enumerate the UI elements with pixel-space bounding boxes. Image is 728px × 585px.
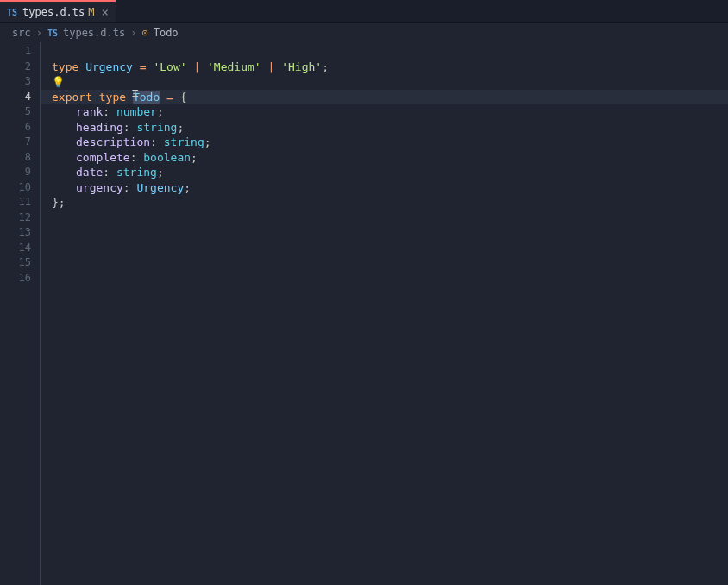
tab-filename: types.d.ts: [22, 6, 85, 18]
line-number: 11: [0, 195, 31, 211]
code-line: };: [52, 195, 728, 211]
line-number: 13: [0, 225, 31, 241]
chevron-right-icon: ›: [130, 27, 136, 39]
lightbulb-icon[interactable]: 💡: [52, 76, 65, 88]
breadcrumb-folder[interactable]: src: [12, 27, 31, 39]
code-line: [52, 241, 728, 256]
breadcrumb-symbol[interactable]: Todo: [154, 27, 179, 39]
code-line: complete: boolean;: [52, 150, 728, 166]
line-number: 8: [0, 150, 31, 166]
line-number: 10: [0, 180, 31, 196]
chevron-right-icon: ›: [36, 27, 42, 39]
line-number: 9: [0, 165, 31, 180]
code-line-current: export type Todo = {: [41, 90, 728, 105]
tab-bar: TS types.d.ts M ×: [0, 0, 728, 23]
code-line: [52, 211, 728, 226]
close-icon[interactable]: ×: [102, 5, 109, 19]
line-number: 7: [0, 135, 31, 150]
code-line: urgency: Urgency;: [52, 180, 728, 196]
symbol-icon: ⊙: [141, 27, 147, 39]
code-line: [52, 225, 728, 241]
code-line: 💡: [52, 74, 728, 90]
line-number: 4: [0, 90, 31, 105]
code-line: type Urgency = 'Low' | 'Medium' | 'High'…: [52, 60, 728, 75]
line-number: 16: [0, 271, 31, 286]
editor: 12345678910111213141516 type Urgency = '…: [0, 42, 728, 585]
typescript-icon: TS: [47, 28, 58, 38]
code-line: [52, 255, 728, 271]
tab-modified-indicator: M: [88, 6, 94, 18]
line-number: 15: [0, 255, 31, 271]
code-line: rank: number;: [52, 104, 728, 120]
breadcrumb: src › TS types.d.ts › ⊙ Todo: [0, 23, 728, 42]
selected-symbol: Todo: [133, 91, 160, 104]
line-number: 2: [0, 60, 31, 75]
code-line: [52, 44, 728, 60]
code-line: [52, 271, 728, 286]
line-number: 5: [0, 104, 31, 120]
editor-tab[interactable]: TS types.d.ts M ×: [0, 0, 116, 22]
code-area[interactable]: type Urgency = 'Low' | 'Medium' | 'High'…: [41, 42, 728, 585]
line-number: 1: [0, 44, 31, 60]
code-line: heading: string;: [52, 120, 728, 135]
breadcrumb-file[interactable]: types.d.ts: [63, 27, 125, 39]
line-number: 3: [0, 74, 31, 90]
code-line: date: string;: [52, 165, 728, 180]
line-gutter: 12345678910111213141516: [0, 42, 41, 585]
typescript-icon: TS: [7, 8, 17, 17]
line-number: 12: [0, 211, 31, 226]
code-line: description: string;: [52, 135, 728, 150]
line-number: 6: [0, 120, 31, 135]
line-number: 14: [0, 241, 31, 256]
